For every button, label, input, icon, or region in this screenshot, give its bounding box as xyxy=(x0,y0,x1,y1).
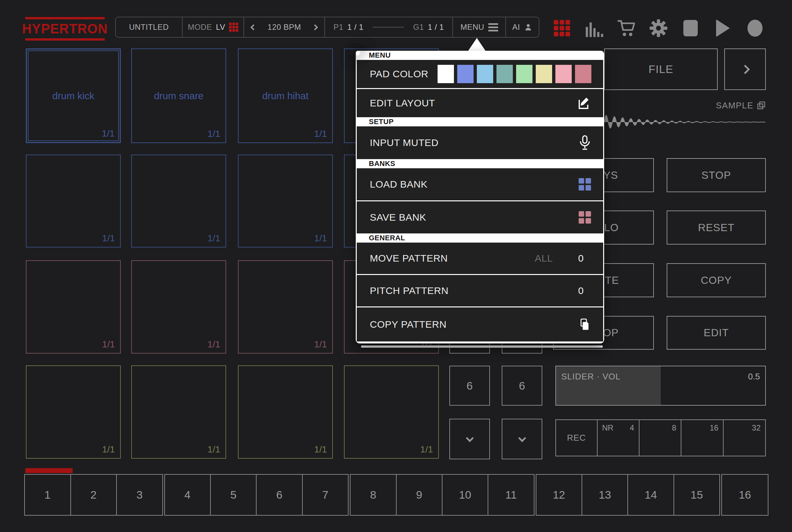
record-icon[interactable] xyxy=(746,19,765,38)
rec-length-8[interactable]: 8 xyxy=(639,420,681,456)
settings-gear-icon[interactable] xyxy=(649,19,668,38)
pattern-group-indicator[interactable]: P1 1 / 1 G1 1 / 1 xyxy=(325,17,453,37)
bpm-value[interactable]: 120 BPM xyxy=(268,23,301,32)
bpm-decrease-icon[interactable] xyxy=(251,24,256,30)
banks-header-label: BANKS xyxy=(369,159,395,168)
menu-item-input-muted[interactable]: INPUT MUTED xyxy=(357,126,603,159)
step-cell[interactable]: 11 xyxy=(488,475,534,515)
rec-button-label: REC xyxy=(567,433,586,443)
rec-length-16[interactable]: 16 xyxy=(681,420,723,456)
reset-button-label: RESET xyxy=(698,222,735,234)
menu-item-save-bank[interactable]: SAVE BANK xyxy=(357,201,603,233)
save-bank-grid-icon xyxy=(578,211,592,224)
step-cell[interactable]: 1 xyxy=(25,475,71,515)
pattern-value: 1 / 1 xyxy=(347,23,363,32)
rec-button[interactable]: REC xyxy=(556,420,597,456)
pad-empty[interactable]: 1/1 xyxy=(131,260,226,354)
pad-count: 1/1 xyxy=(102,233,115,244)
pad-empty[interactable]: 1/1 xyxy=(238,154,333,247)
project-name-button[interactable]: UNTITLED xyxy=(116,17,182,37)
step-cell[interactable]: 14 xyxy=(628,475,674,515)
mini-count-left[interactable]: 6 xyxy=(449,366,490,406)
pad-count: 1/1 xyxy=(208,444,220,455)
menu-section-general: GENERAL xyxy=(356,233,604,243)
step-label: 10 xyxy=(459,489,471,501)
copy-button[interactable]: COPY xyxy=(667,263,766,297)
bpm-increase-icon[interactable] xyxy=(312,24,318,30)
step-group: 1 2 3 xyxy=(24,474,163,516)
menu-button-label: MENU xyxy=(461,23,484,32)
step-cell[interactable]: 10 xyxy=(443,475,488,515)
copy-button-label: COPY xyxy=(701,274,732,286)
next-sample-button[interactable] xyxy=(724,49,766,90)
rec-length-nr[interactable]: NR 4 xyxy=(597,420,639,456)
pad-color-swatch-white[interactable] xyxy=(438,65,454,83)
play-icon[interactable] xyxy=(713,19,732,38)
step-label: 13 xyxy=(599,489,611,501)
step-group: 4 5 6 7 xyxy=(164,474,349,516)
file-button[interactable]: FILE xyxy=(604,49,718,90)
pad-drum-kick[interactable]: drum kick 1/1 xyxy=(26,49,121,143)
step-label: 12 xyxy=(553,489,565,501)
copy-sample-icon[interactable] xyxy=(757,101,766,110)
pad-empty[interactable]: 1/1 xyxy=(131,154,226,247)
step-cell[interactable]: 5 xyxy=(211,475,256,515)
pad-empty[interactable]: 1/1 xyxy=(238,365,333,459)
step-cell[interactable]: 9 xyxy=(397,475,443,515)
mini-dropdown-left[interactable] xyxy=(449,419,490,459)
step-cell[interactable]: 7 xyxy=(303,475,348,515)
step-cell[interactable]: 2 xyxy=(71,475,117,515)
pad-empty[interactable]: 1/1 xyxy=(131,365,226,459)
pad-color-swatch-lightblue[interactable] xyxy=(477,65,493,83)
rec-length-32[interactable]: 32 xyxy=(723,420,765,456)
pad-empty[interactable]: 1/1 xyxy=(26,154,121,247)
step-cell[interactable]: 16 xyxy=(722,475,768,515)
pad-color-swatch-teal[interactable] xyxy=(497,65,513,83)
step-cell[interactable]: 4 xyxy=(165,475,211,515)
menu-item-load-bank[interactable]: LOAD BANK xyxy=(357,168,603,201)
shop-cart-icon[interactable] xyxy=(617,19,636,38)
move-pattern-scope[interactable]: ALL xyxy=(535,253,553,264)
pad-empty[interactable]: 1/1 xyxy=(26,365,121,459)
pad-empty[interactable]: 1/1 xyxy=(26,260,121,354)
pad-empty[interactable]: 1/1 xyxy=(238,260,333,354)
step-label: 1 xyxy=(44,489,51,501)
step-row: 1 2 3 4 5 6 7 8 9 10 11 12 13 14 15 16 xyxy=(24,474,769,516)
step-cell[interactable]: 13 xyxy=(582,475,628,515)
stop-transport-icon[interactable] xyxy=(681,19,700,38)
edit-button[interactable]: EDIT xyxy=(667,316,766,350)
ai-button[interactable]: AI xyxy=(506,17,539,37)
volume-slider[interactable]: SLIDER · VOL 0.5 xyxy=(555,366,766,406)
playback-progress-bar xyxy=(25,468,73,473)
pad-color-swatch-rose[interactable] xyxy=(575,65,592,83)
stop-button[interactable]: STOP xyxy=(667,158,766,192)
rec-length-4: 4 xyxy=(630,423,634,433)
pad-drum-hihat[interactable]: drum hihat 1/1 xyxy=(238,49,333,143)
pad-empty[interactable]: 1/1 xyxy=(344,365,439,459)
step-label: 9 xyxy=(416,489,422,501)
copy-pattern-icon xyxy=(579,318,592,331)
menu-item-edit-layout[interactable]: EDIT LAYOUT xyxy=(357,89,603,117)
move-pattern-stepper: ALL 0 xyxy=(535,253,592,264)
step-cell[interactable]: 3 xyxy=(117,475,162,515)
pad-count: 1/1 xyxy=(208,233,220,244)
edit-layout-label: EDIT LAYOUT xyxy=(370,98,435,109)
pad-color-swatch-khaki[interactable] xyxy=(536,65,552,83)
step-cell[interactable]: 15 xyxy=(674,475,719,515)
pad-color-swatch-blue[interactable] xyxy=(457,65,474,83)
pad-drum-snare[interactable]: drum snare 1/1 xyxy=(131,49,226,143)
step-cell[interactable]: 6 xyxy=(256,475,303,515)
step-cell[interactable]: 8 xyxy=(350,475,396,515)
step-cell[interactable]: 12 xyxy=(536,475,582,515)
levels-icon[interactable] xyxy=(584,19,603,38)
pads-view-icon[interactable] xyxy=(553,19,572,38)
mode-button[interactable]: MODE LV xyxy=(182,17,245,37)
menu-header-label: MENU xyxy=(369,51,391,60)
mini-dropdown-right[interactable] xyxy=(502,419,542,459)
pad-color-swatch-pink[interactable] xyxy=(555,65,572,83)
pad-color-swatch-green[interactable] xyxy=(516,65,533,83)
menu-item-copy-pattern[interactable]: COPY PATTERN xyxy=(357,307,603,341)
reset-button[interactable]: RESET xyxy=(667,210,766,245)
mini-count-right[interactable]: 6 xyxy=(502,366,542,406)
menu-button[interactable]: MENU xyxy=(453,17,506,37)
